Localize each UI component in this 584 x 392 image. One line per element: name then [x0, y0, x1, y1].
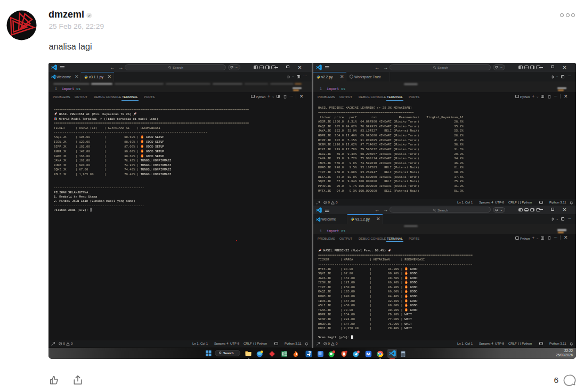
svg-text:10: 10 [358, 350, 360, 353]
